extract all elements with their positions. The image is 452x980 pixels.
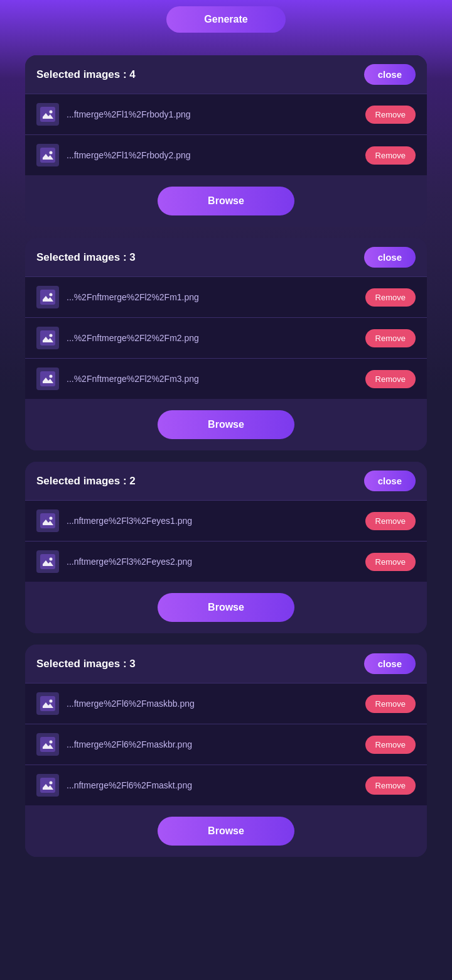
panel-header-label-panel3: Selected images : 2: [36, 475, 136, 487]
file-name: ...ftmerge%2Fl6%2Fmaskbr.png: [67, 739, 359, 749]
svg-point-26: [50, 741, 53, 744]
remove-button[interactable]: Remove: [365, 329, 416, 347]
svg-rect-10: [40, 330, 55, 346]
svg-point-8: [50, 293, 53, 297]
file-name: ...%2Fnftmerge%2Fl2%2Fm2.png: [67, 333, 359, 343]
image-file-icon: [36, 509, 59, 532]
file-name: ...nftmerge%2Fl3%2Feyes2.png: [67, 557, 359, 567]
panel-panel2: Selected images : 3close ...%2Fnftmerge%…: [25, 238, 427, 450]
close-button-panel2[interactable]: close: [364, 247, 416, 268]
file-row: ...nftmerge%2Fl6%2Fmaskt.pngRemove: [25, 765, 427, 805]
file-name: ...ftmerge%2Fl1%2Frbody2.png: [67, 150, 359, 160]
remove-button[interactable]: Remove: [365, 106, 416, 124]
panel-header-panel2: Selected images : 3close: [25, 238, 427, 276]
svg-rect-25: [40, 737, 55, 752]
svg-point-11: [50, 334, 53, 337]
svg-point-2: [50, 111, 53, 114]
image-file-icon: [36, 368, 59, 390]
image-file-icon: [36, 286, 59, 308]
panel-header-label-panel1: Selected images : 4: [36, 68, 136, 81]
image-file-icon: [36, 692, 59, 715]
browse-row-panel1: Browse: [25, 175, 427, 227]
file-name: ...nftmerge%2Fl3%2Feyes1.png: [67, 516, 359, 526]
image-file-icon: [36, 144, 59, 166]
svg-rect-13: [40, 371, 55, 386]
panel-header-panel3: Selected images : 2close: [25, 462, 427, 500]
svg-rect-1: [40, 107, 55, 122]
panel-panel3: Selected images : 2close ...nftmerge%2Fl…: [25, 462, 427, 633]
image-file-icon: [36, 550, 59, 573]
generate-button[interactable]: Generate: [166, 6, 285, 33]
top-bar: Generate: [0, 0, 452, 44]
svg-rect-19: [40, 554, 55, 569]
panel-panel1: Selected images : 4close ...ftmerge%2Fl1…: [25, 55, 427, 227]
file-row: ...ftmerge%2Fl1%2Frbody1.pngRemove: [25, 94, 427, 134]
svg-point-14: [50, 375, 53, 378]
svg-point-5: [50, 151, 53, 155]
close-button-panel1[interactable]: close: [364, 64, 416, 85]
image-file-icon: [36, 327, 59, 349]
panel-header-label-panel2: Selected images : 3: [36, 251, 136, 264]
browse-row-panel2: Browse: [25, 399, 427, 450]
svg-point-20: [50, 558, 53, 561]
file-row: ...nftmerge%2Fl3%2Feyes2.pngRemove: [25, 541, 427, 582]
close-button-panel4[interactable]: close: [364, 653, 416, 674]
panel-header-label-panel4: Selected images : 3: [36, 658, 136, 670]
file-name: ...ftmerge%2Fl6%2Fmaskbb.png: [67, 699, 359, 709]
svg-point-29: [50, 781, 53, 785]
svg-rect-7: [40, 290, 55, 305]
file-name: ...nftmerge%2Fl6%2Fmaskt.png: [67, 780, 359, 790]
browse-row-panel4: Browse: [25, 805, 427, 857]
remove-button[interactable]: Remove: [365, 553, 416, 571]
svg-rect-22: [40, 696, 55, 711]
file-name: ...%2Fnftmerge%2Fl2%2Fm1.png: [67, 292, 359, 302]
image-file-icon: [36, 774, 59, 797]
file-row: ...ftmerge%2Fl6%2Fmaskbr.pngRemove: [25, 724, 427, 765]
panel-panel4: Selected images : 3close ...ftmerge%2Fl6…: [25, 645, 427, 857]
file-row: ...ftmerge%2Fl6%2Fmaskbb.pngRemove: [25, 683, 427, 724]
file-name: ...ftmerge%2Fl1%2Frbody1.png: [67, 109, 359, 119]
svg-point-17: [50, 517, 53, 520]
remove-button[interactable]: Remove: [365, 736, 416, 754]
remove-button[interactable]: Remove: [365, 776, 416, 795]
close-button-panel3[interactable]: close: [364, 471, 416, 491]
file-row: ...%2Fnftmerge%2Fl2%2Fm2.pngRemove: [25, 317, 427, 358]
file-row: ...%2Fnftmerge%2Fl2%2Fm3.pngRemove: [25, 358, 427, 399]
browse-button-panel2[interactable]: Browse: [158, 410, 294, 439]
remove-button[interactable]: Remove: [365, 146, 416, 165]
image-file-icon: [36, 733, 59, 756]
remove-button[interactable]: Remove: [365, 512, 416, 530]
svg-point-23: [50, 700, 53, 703]
svg-rect-16: [40, 513, 55, 528]
remove-button[interactable]: Remove: [365, 288, 416, 307]
file-row: ...%2Fnftmerge%2Fl2%2Fm1.pngRemove: [25, 276, 427, 317]
image-file-icon: [36, 103, 59, 126]
browse-button-panel4[interactable]: Browse: [158, 817, 294, 846]
file-name: ...%2Fnftmerge%2Fl2%2Fm3.png: [67, 374, 359, 384]
file-row: ...ftmerge%2Fl1%2Frbody2.pngRemove: [25, 134, 427, 175]
browse-button-panel3[interactable]: Browse: [158, 593, 294, 622]
remove-button[interactable]: Remove: [365, 695, 416, 713]
remove-button[interactable]: Remove: [365, 370, 416, 388]
svg-rect-28: [40, 778, 55, 793]
panel-header-panel1: Selected images : 4close: [25, 55, 427, 94]
file-row: ...nftmerge%2Fl3%2Feyes1.pngRemove: [25, 500, 427, 541]
panel-header-panel4: Selected images : 3close: [25, 645, 427, 683]
browse-button-panel1[interactable]: Browse: [158, 187, 294, 215]
svg-rect-4: [40, 148, 55, 163]
browse-row-panel3: Browse: [25, 582, 427, 633]
